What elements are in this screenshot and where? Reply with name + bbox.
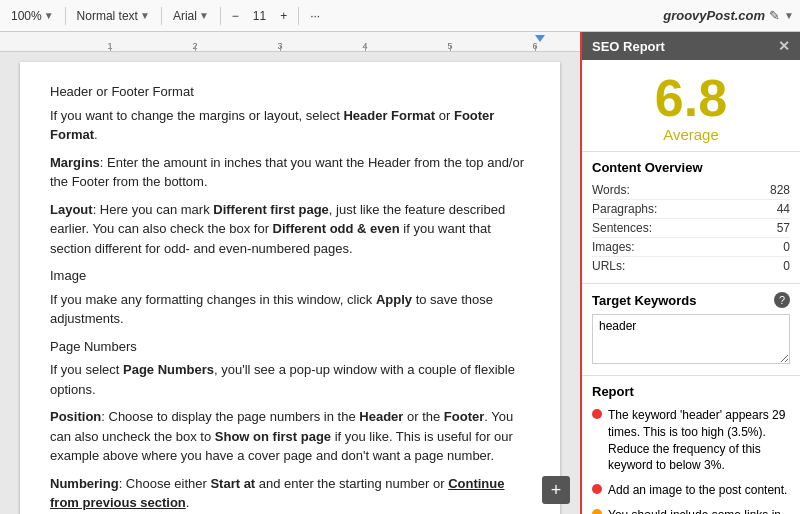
ruler: 1 2 3 4 5 6 [0, 32, 580, 52]
separator-2 [161, 7, 162, 25]
zoom-value: 100% [11, 9, 42, 23]
seo-sentences-value: 57 [777, 221, 790, 235]
seo-row-images: Images: 0 [592, 238, 790, 257]
font-size-input[interactable]: 11 [248, 6, 271, 26]
seo-report-text-3: You should include some links in your po… [608, 507, 790, 514]
heading-header-footer: Header or Footer Format [50, 82, 530, 102]
more-options-button[interactable]: ··· [305, 6, 325, 26]
separator-3 [220, 7, 221, 25]
separator-1 [65, 7, 66, 25]
font-chevron: ▼ [199, 10, 209, 21]
seo-report-item-3: You should include some links in your po… [592, 507, 790, 514]
seo-keywords-section: Target Keywords ? header [582, 284, 800, 376]
main-area: 1 2 3 4 5 6 Header or Footer Format If y… [0, 32, 800, 514]
ruler-triangle [535, 35, 545, 42]
seo-report-text-2: Add an image to the post content. [608, 482, 787, 499]
seo-row-paragraphs: Paragraphs: 44 [592, 200, 790, 219]
seo-report-title: Report [592, 384, 790, 399]
more-icon: ··· [310, 9, 320, 23]
document-page: Header or Footer Format If you want to c… [20, 62, 560, 514]
seo-paragraphs-label: Paragraphs: [592, 202, 657, 216]
heading-page-numbers: Page Numbers [50, 337, 530, 357]
dot-orange-icon [592, 509, 602, 514]
seo-keyword-header: Target Keywords ? [592, 292, 790, 308]
seo-words-label: Words: [592, 183, 630, 197]
decrease-font-button[interactable]: − [227, 6, 244, 26]
para-position: Position: Choose to display the page num… [50, 407, 530, 466]
para-apply-1: If you make any formatting changes in th… [50, 290, 530, 329]
zoom-selector[interactable]: 100% ▼ [6, 6, 59, 26]
style-value: Normal text [77, 9, 138, 23]
para-margins: Margins: Enter the amount in inches that… [50, 153, 530, 192]
dot-red-icon [592, 409, 602, 419]
seo-images-label: Images: [592, 240, 635, 254]
seo-panel-title: SEO Report [592, 39, 665, 54]
para-layout: Layout: Here you can mark Different firs… [50, 200, 530, 259]
ruler-tick-2 [195, 45, 196, 51]
seo-paragraphs-value: 44 [777, 202, 790, 216]
seo-row-sentences: Sentences: 57 [592, 219, 790, 238]
style-selector[interactable]: Normal text ▼ [72, 6, 155, 26]
font-value: Arial [173, 9, 197, 23]
heading-image-1: Image [50, 266, 530, 286]
seo-score-area: 6.8 Average [582, 60, 800, 152]
para-numbering: Numbering: Choose either Start at and en… [50, 474, 530, 513]
seo-words-value: 828 [770, 183, 790, 197]
seo-panel: SEO Report ✕ 6.8 Average Content Overvie… [580, 32, 800, 514]
pencil-icon: ✎ [769, 8, 780, 23]
seo-keywords-title: Target Keywords [592, 293, 697, 308]
plus-icon: + [280, 9, 287, 23]
seo-row-words: Words: 828 [592, 181, 790, 200]
separator-4 [298, 7, 299, 25]
ruler-marks: 1 2 3 4 5 6 [0, 32, 580, 51]
seo-report-item-2: Add an image to the post content. [592, 482, 790, 499]
ruler-tick-5 [450, 45, 451, 51]
seo-close-button[interactable]: ✕ [778, 38, 790, 54]
ruler-tick-1 [110, 45, 111, 51]
seo-urls-label: URLs: [592, 259, 625, 273]
seo-row-urls: URLs: 0 [592, 257, 790, 275]
seo-score-number: 6.8 [582, 72, 800, 124]
ruler-tick-3 [280, 45, 281, 51]
para-header-footer-desc: If you want to change the margins or lay… [50, 106, 530, 145]
logo-text: groovyPost.com [663, 8, 765, 23]
minus-icon: − [232, 9, 239, 23]
seo-panel-header: SEO Report ✕ [582, 32, 800, 60]
seo-images-value: 0 [783, 240, 790, 254]
style-chevron: ▼ [140, 10, 150, 21]
font-size-value: 11 [253, 9, 266, 23]
logo-area: groovyPost.com ✎ ▼ [663, 8, 794, 23]
document-area[interactable]: 1 2 3 4 5 6 Header or Footer Format If y… [0, 32, 580, 514]
seo-report-item-1: The keyword 'header' appears 29 times. T… [592, 407, 790, 474]
seo-content-overview-title: Content Overview [592, 160, 790, 175]
ruler-tick-6 [535, 45, 536, 51]
dot-red-icon-2 [592, 484, 602, 494]
zoom-chevron: ▼ [44, 10, 54, 21]
seo-keyword-input[interactable]: header [592, 314, 790, 364]
increase-font-button[interactable]: + [275, 6, 292, 26]
logo-chevron: ▼ [784, 10, 794, 21]
seo-report-text-1: The keyword 'header' appears 29 times. T… [608, 407, 790, 474]
seo-sentences-label: Sentences: [592, 221, 652, 235]
add-image-button[interactable]: + [542, 476, 570, 504]
toolbar: 100% ▼ Normal text ▼ Arial ▼ − 11 + ··· … [0, 0, 800, 32]
ruler-tick-4 [365, 45, 366, 51]
seo-report-section: Report The keyword 'header' appears 29 t… [582, 376, 800, 514]
seo-content-overview: Content Overview Words: 828 Paragraphs: … [582, 152, 800, 284]
seo-score-label: Average [582, 126, 800, 143]
seo-urls-value: 0 [783, 259, 790, 273]
seo-help-button[interactable]: ? [774, 292, 790, 308]
para-page-numbers-desc: If you select Page Numbers, you'll see a… [50, 360, 530, 399]
font-selector[interactable]: Arial ▼ [168, 6, 214, 26]
